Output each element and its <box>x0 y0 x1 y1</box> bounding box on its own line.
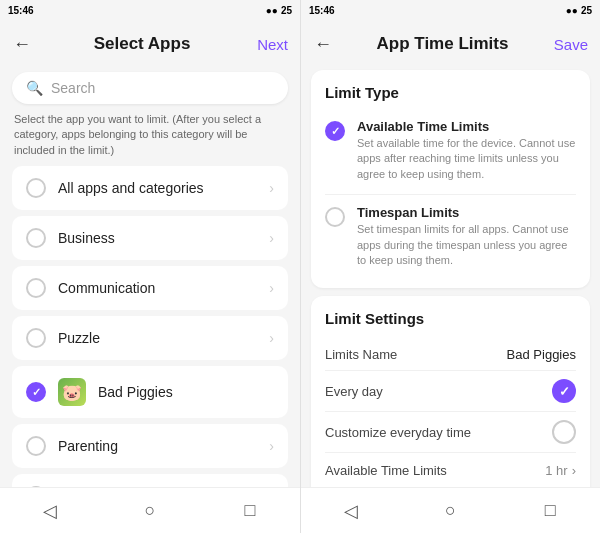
every-day-row[interactable]: Every day <box>325 370 576 411</box>
status-bar-right: 15:46 ●● 25 <box>301 0 600 20</box>
nav-home-left[interactable]: ○ <box>130 496 170 526</box>
chevron-communication: › <box>269 280 274 296</box>
customize-label: Customize everyday time <box>325 425 471 440</box>
app-icon-bad-piggies: 🐷 <box>58 378 86 406</box>
radio-all <box>26 178 46 198</box>
limits-name-value: Bad Piggies <box>507 347 576 362</box>
chevron-parenting: › <box>269 438 274 454</box>
limits-name-label: Limits Name <box>325 347 397 362</box>
radio-communication <box>26 278 46 298</box>
available-time-row[interactable]: Available Time Limits 1 hr › <box>325 452 576 487</box>
app-list: All apps and categories › Business › Com… <box>0 166 300 487</box>
header-right: ← App Time Limits Save <box>301 20 600 68</box>
nav-recent-left[interactable]: □ <box>230 496 270 526</box>
item-label-communication: Communication <box>58 280 155 296</box>
back-button-left[interactable]: ← <box>8 30 36 58</box>
right-content: Limit Type Available Time Limits Set ava… <box>301 68 600 487</box>
back-button-right[interactable]: ← <box>309 30 337 58</box>
battery-icon-left: ●● <box>266 5 278 16</box>
option-timespan-title: Timespan Limits <box>357 205 576 220</box>
customize-toggle[interactable] <box>552 420 576 444</box>
item-label-puzzle: Puzzle <box>58 330 100 346</box>
limit-settings-card: Limit Settings Limits Name Bad Piggies E… <box>311 296 590 487</box>
limit-settings-title: Limit Settings <box>325 310 576 327</box>
description-text: Select the app you want to limit. (After… <box>0 112 300 166</box>
item-label-parenting: Parenting <box>58 438 118 454</box>
left-panel: 15:46 ●● 25 ← Select Apps Next 🔍 Search … <box>0 0 300 533</box>
option-available[interactable]: Available Time Limits Set available time… <box>325 113 576 188</box>
item-label-bad-piggies: Bad Piggies <box>98 384 173 400</box>
option-available-desc: Set available time for the device. Canno… <box>357 136 576 182</box>
nav-home-right[interactable]: ○ <box>430 496 470 526</box>
battery-level-right: 25 <box>581 5 592 16</box>
back-arrow-icon-right: ← <box>314 34 332 55</box>
available-time-label: Available Time Limits <box>325 463 447 478</box>
battery-icon-right: ●● <box>566 5 578 16</box>
radio-available <box>325 121 345 141</box>
save-button[interactable]: Save <box>548 36 588 53</box>
header-left: ← Select Apps Next <box>0 20 300 68</box>
available-time-value: 1 hr <box>545 463 567 478</box>
nav-recent-right[interactable]: □ <box>530 496 570 526</box>
time-right: 15:46 <box>309 5 335 16</box>
radio-puzzle <box>26 328 46 348</box>
radio-business <box>26 228 46 248</box>
radio-parenting <box>26 436 46 456</box>
page-title-right: App Time Limits <box>337 34 548 54</box>
chevron-puzzle: › <box>269 330 274 346</box>
nav-back-right[interactable]: ◁ <box>331 496 371 526</box>
every-day-label: Every day <box>325 384 383 399</box>
chevron-all: › <box>269 180 274 196</box>
option-timespan-desc: Set timespan limits for all apps. Cannot… <box>357 222 576 268</box>
list-item-business[interactable]: Business › <box>12 216 288 260</box>
bottom-nav-left: ◁ ○ □ <box>0 487 300 533</box>
status-icons-left: ●● 25 <box>266 5 292 16</box>
search-icon: 🔍 <box>26 80 43 96</box>
list-item-communication[interactable]: Communication › <box>12 266 288 310</box>
radio-timespan <box>325 207 345 227</box>
back-arrow-icon: ← <box>13 34 31 55</box>
list-item-parenting[interactable]: Parenting › <box>12 424 288 468</box>
time-left: 15:46 <box>8 5 34 16</box>
list-item-photography[interactable]: Photography › <box>12 474 288 487</box>
chevron-available-time: › <box>572 463 576 478</box>
nav-back-left[interactable]: ◁ <box>30 496 70 526</box>
limit-type-title: Limit Type <box>325 84 576 101</box>
status-bar-left: 15:46 ●● 25 <box>0 0 300 20</box>
every-day-toggle[interactable] <box>552 379 576 403</box>
next-button[interactable]: Next <box>248 36 288 53</box>
status-icons-right: ●● 25 <box>566 5 592 16</box>
right-panel: 15:46 ●● 25 ← App Time Limits Save Limit… <box>300 0 600 533</box>
list-item-puzzle[interactable]: Puzzle › <box>12 316 288 360</box>
option-available-title: Available Time Limits <box>357 119 576 134</box>
page-title-left: Select Apps <box>36 34 248 54</box>
bottom-nav-right: ◁ ○ □ <box>301 487 600 533</box>
customize-row[interactable]: Customize everyday time <box>325 411 576 452</box>
list-item-all[interactable]: All apps and categories › <box>12 166 288 210</box>
battery-level-left: 25 <box>281 5 292 16</box>
chevron-business: › <box>269 230 274 246</box>
list-item-bad-piggies[interactable]: 🐷 Bad Piggies <box>12 366 288 418</box>
item-label-all: All apps and categories <box>58 180 204 196</box>
option-timespan[interactable]: Timespan Limits Set timespan limits for … <box>325 194 576 274</box>
limits-name-row: Limits Name Bad Piggies <box>325 339 576 370</box>
search-input[interactable]: Search <box>51 80 95 96</box>
limit-type-card: Limit Type Available Time Limits Set ava… <box>311 70 590 288</box>
search-bar[interactable]: 🔍 Search <box>12 72 288 104</box>
radio-bad-piggies <box>26 382 46 402</box>
item-label-business: Business <box>58 230 115 246</box>
available-time-value-row: 1 hr › <box>545 463 576 478</box>
